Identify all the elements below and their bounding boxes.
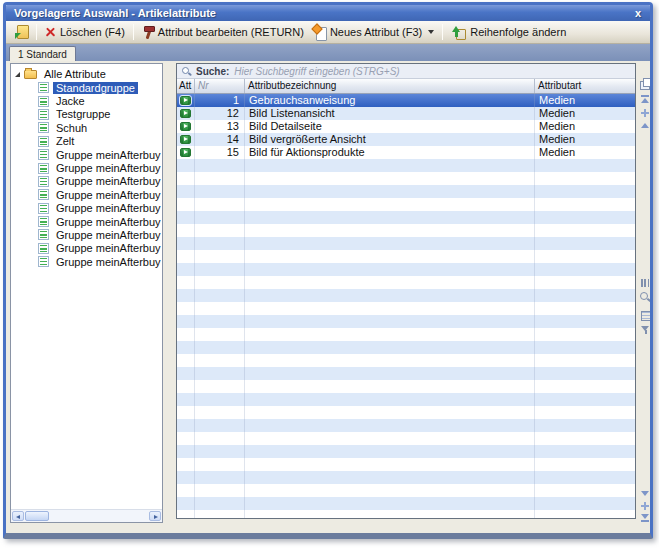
att-cell xyxy=(177,276,195,289)
reorder-button[interactable]: Reihenfolge ändern xyxy=(446,24,571,41)
table-row[interactable] xyxy=(177,172,635,185)
window-title: Vorgelagerte Auswahl - Artikelattribute xyxy=(14,7,216,19)
tree-item[interactable]: Gruppe meinAfterbuy ART00076 xyxy=(11,188,162,201)
search-bar[interactable]: Suche: Hier Suchbegriff eingeben (STRG+S… xyxy=(177,64,635,79)
tree-item[interactable]: Gruppe meinAfterbuy ART00075 xyxy=(11,175,162,188)
table-row[interactable] xyxy=(177,367,635,380)
bezeichnung-cell xyxy=(245,250,535,263)
table-row[interactable] xyxy=(177,159,635,172)
table-row[interactable] xyxy=(177,497,635,510)
scroll-up-button[interactable] xyxy=(639,120,652,132)
titlebar[interactable]: Vorgelagerte Auswahl - Artikelattribute … xyxy=(6,5,650,21)
tree-item[interactable]: Gruppe meinAfterbuy ART00079 xyxy=(11,215,162,228)
art-cell xyxy=(535,380,635,393)
columns-button[interactable] xyxy=(639,277,652,289)
tree-item[interactable]: Gruppe meinAfterbuy ART00082 xyxy=(11,255,162,268)
column-header-nr[interactable]: Nr xyxy=(195,79,245,93)
table-row[interactable]: 13 Bild Detailseite Medien xyxy=(177,120,635,133)
tree-expand-icon[interactable] xyxy=(15,72,20,77)
zoom-button[interactable] xyxy=(639,291,652,303)
tab-standard[interactable]: 1 Standard xyxy=(9,46,76,62)
nr-cell xyxy=(195,380,245,393)
table-row[interactable]: 14 Bild vergrößerte Ansicht Medien xyxy=(177,133,635,146)
edit-attribute-button[interactable]: Attribut bearbeiten (RETURN) xyxy=(137,24,309,41)
tree-root-alle-attribute[interactable]: Alle Attribute xyxy=(11,67,162,81)
nr-cell xyxy=(195,276,245,289)
att-cell xyxy=(177,484,195,497)
table-row[interactable] xyxy=(177,211,635,224)
att-cell xyxy=(177,263,195,276)
tree-item[interactable]: Gruppe meinAfterbuy ART00081 xyxy=(11,242,162,255)
new-attribute-button[interactable]: Neues Attribut (F3) xyxy=(309,24,439,41)
tree-item[interactable]: Gruppe meinAfterbuy ART00074 xyxy=(11,161,162,174)
table-row[interactable] xyxy=(177,510,635,518)
table-row[interactable] xyxy=(177,302,635,315)
tree-item[interactable]: Jacke xyxy=(11,94,162,107)
table-row[interactable] xyxy=(177,432,635,445)
table-row[interactable] xyxy=(177,445,635,458)
nr-cell xyxy=(195,445,245,458)
row-details-button[interactable] xyxy=(639,309,652,321)
table-row[interactable]: 1 Gebrauchsanweisung Medien xyxy=(177,94,635,107)
search-icon xyxy=(181,66,191,76)
bezeichnung-cell xyxy=(245,367,535,380)
nr-cell: 1 xyxy=(195,94,245,107)
toolbar-separator xyxy=(442,24,443,40)
scroll-last-button[interactable] xyxy=(639,512,652,524)
apply-button[interactable] xyxy=(10,23,33,41)
table-row[interactable] xyxy=(177,471,635,484)
tree-horizontal-scrollbar[interactable] xyxy=(11,509,162,522)
table-row[interactable] xyxy=(177,393,635,406)
table-row[interactable] xyxy=(177,458,635,471)
tree-item[interactable]: Zelt xyxy=(11,135,162,148)
move-down-plus-button[interactable] xyxy=(639,500,652,512)
nr-cell xyxy=(195,458,245,471)
dropdown-arrow-icon[interactable] xyxy=(428,30,434,34)
scroll-down-button[interactable] xyxy=(639,488,652,500)
delete-button[interactable]: Löschen (F4) xyxy=(40,24,130,40)
move-up-plus-button[interactable] xyxy=(639,107,652,119)
table-row[interactable] xyxy=(177,185,635,198)
bezeichnung-cell xyxy=(245,289,535,302)
table-row[interactable] xyxy=(177,224,635,237)
table-row[interactable] xyxy=(177,263,635,276)
table-row[interactable] xyxy=(177,237,635,250)
filter-button[interactable] xyxy=(639,324,652,336)
table-row[interactable] xyxy=(177,250,635,263)
column-header-attributart[interactable]: Attributart xyxy=(535,79,635,93)
table-row[interactable] xyxy=(177,354,635,367)
tree-item[interactable]: Gruppe meinAfterbuy ART00073 xyxy=(11,148,162,161)
table-row[interactable]: 15 Bild für Aktionsprodukte Medien xyxy=(177,146,635,159)
tree-item-label: Gruppe meinAfterbuy ART00082 xyxy=(53,256,163,268)
nr-cell xyxy=(195,289,245,302)
scroll-left-button[interactable] xyxy=(12,511,24,521)
tree-item-label: Standardgruppe xyxy=(53,82,138,94)
table-row[interactable] xyxy=(177,276,635,289)
table-row[interactable] xyxy=(177,380,635,393)
column-header-att[interactable]: Att xyxy=(177,79,195,93)
art-cell xyxy=(535,393,635,406)
nr-cell xyxy=(195,302,245,315)
table-row[interactable]: 12 Bild Listenansicht Medien xyxy=(177,107,635,120)
art-cell xyxy=(535,159,635,172)
tree-item[interactable]: Gruppe meinAfterbuy ART00078 xyxy=(11,202,162,215)
table-row[interactable] xyxy=(177,341,635,354)
scroll-right-button[interactable] xyxy=(149,511,161,521)
table-row[interactable] xyxy=(177,484,635,497)
tree-item[interactable]: Gruppe meinAfterbuy ART00080 xyxy=(11,228,162,241)
table-row[interactable] xyxy=(177,406,635,419)
bezeichnung-cell xyxy=(245,393,535,406)
column-chooser-button[interactable] xyxy=(639,78,652,90)
scroll-first-button[interactable] xyxy=(639,94,652,106)
column-header-attributbezeichnung[interactable]: Attributbezeichnung xyxy=(245,79,535,93)
close-button[interactable]: x xyxy=(632,7,644,19)
table-row[interactable] xyxy=(177,289,635,302)
tree-item[interactable]: Schuh xyxy=(11,121,162,134)
tree-item[interactable]: Standardgruppe xyxy=(11,81,162,94)
table-row[interactable] xyxy=(177,328,635,341)
scrollbar-thumb[interactable] xyxy=(25,511,49,521)
table-row[interactable] xyxy=(177,198,635,211)
table-row[interactable] xyxy=(177,419,635,432)
table-row[interactable] xyxy=(177,315,635,328)
tree-item[interactable]: Testgruppe xyxy=(11,108,162,121)
